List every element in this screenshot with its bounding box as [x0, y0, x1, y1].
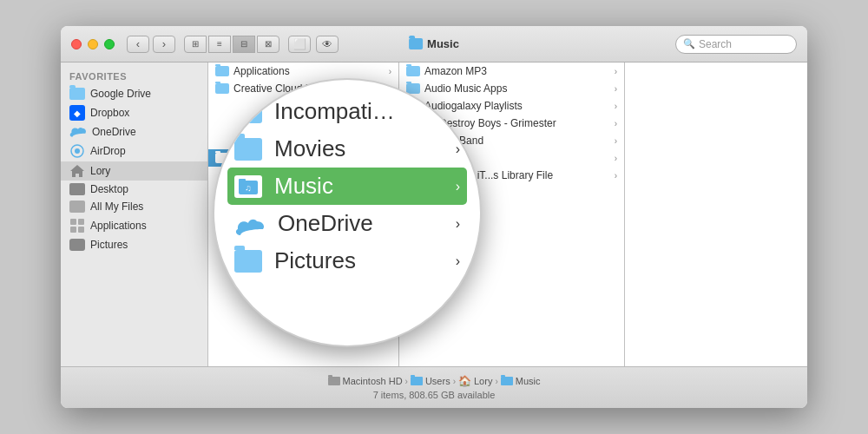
forward-button[interactable]: ›: [153, 36, 175, 53]
mag-chevron-icon: ›: [456, 179, 460, 194]
svg-point-1: [75, 148, 80, 154]
mag-list-item[interactable]: Pictures ›: [227, 242, 467, 279]
mag-list-item-music[interactable]: ♫ Music ›: [227, 168, 467, 205]
breadcrumb-macintosh-hd: Macintosh HD: [343, 376, 403, 386]
item-label: Applications: [233, 65, 290, 77]
breadcrumb-arrow: ›: [405, 377, 408, 386]
chevron-right-icon: ›: [615, 84, 617, 94]
sidebar-section-favorites: Favorites: [61, 69, 207, 85]
sidebar-item-desktop[interactable]: Desktop: [61, 181, 207, 198]
camera-icon: [69, 239, 85, 251]
airdrop-icon: [69, 143, 85, 159]
back-button[interactable]: ‹: [127, 36, 149, 53]
column-3: [625, 62, 807, 366]
nav-buttons: ‹ ›: [127, 36, 175, 53]
mag-chevron-icon: ›: [456, 216, 460, 232]
window-title: Music: [409, 37, 459, 50]
sidebar-label-dropbox: Dropbox: [90, 107, 129, 119]
sidebar-item-onedrive[interactable]: OneDrive: [61, 123, 207, 141]
title-folder-icon: [409, 38, 423, 49]
breadcrumb-arrow: ›: [495, 377, 497, 386]
mag-folder-icon: [234, 138, 262, 161]
item-label: Amazon MP3: [424, 65, 487, 77]
view-buttons: ⊞ ≡ ⊟ ⊠: [184, 36, 279, 53]
icon-view-button[interactable]: ⊞: [184, 36, 207, 53]
search-icon: 🔍: [683, 38, 695, 49]
mag-item-label: Incompati…: [274, 98, 395, 125]
coverflow-view-button[interactable]: ⊠: [257, 36, 279, 53]
sidebar-item-applications[interactable]: Applications: [61, 215, 207, 236]
sidebar-item-lory[interactable]: Lory: [61, 161, 207, 181]
mag-item-label: Pictures: [274, 247, 356, 274]
quicklook-button[interactable]: 👁: [316, 36, 339, 53]
mag-chevron-icon: ›: [456, 253, 460, 269]
music-breadcrumb-icon: [501, 377, 513, 385]
sidebar-label-applications: Applications: [90, 220, 147, 232]
column-view-button[interactable]: ⊟: [233, 36, 255, 53]
sidebar-label-google-drive: Google Drive: [90, 88, 151, 100]
chevron-right-icon: ›: [615, 119, 617, 128]
search-input[interactable]: Search: [699, 38, 732, 50]
svg-rect-2: [70, 219, 76, 225]
bottom-bar: Macintosh HD › Users › 🏠 Lory › Music 7 …: [61, 366, 807, 408]
svg-text:♫: ♫: [245, 183, 252, 193]
chevron-right-icon: ›: [615, 154, 617, 163]
item-label: Destroy Boys - Grimester: [439, 117, 556, 129]
sidebar-label-onedrive: OneDrive: [92, 126, 136, 138]
close-button[interactable]: [71, 39, 82, 49]
sidebar-item-all-my-files[interactable]: All My Files: [61, 198, 207, 215]
sidebar-label-all-my-files: All My Files: [90, 201, 143, 213]
list-item[interactable]: Applications ›: [208, 62, 398, 80]
mag-list-item[interactable]: OneDrive ›: [227, 205, 467, 242]
sidebar-label-desktop: Desktop: [90, 183, 128, 195]
applications-icon: [69, 218, 85, 233]
sidebar-item-airdrop[interactable]: AirDrop: [61, 141, 207, 161]
chevron-right-icon: ›: [615, 171, 617, 181]
maximize-button[interactable]: [104, 39, 115, 49]
breadcrumb: Macintosh HD › Users › 🏠 Lory › Music: [328, 375, 541, 387]
sidebar-item-pictures[interactable]: Pictures: [61, 236, 207, 253]
minimize-button[interactable]: [88, 39, 98, 49]
svg-rect-3: [78, 219, 84, 225]
chevron-right-icon: ›: [615, 136, 617, 146]
mag-folder-icon: [234, 101, 262, 123]
sidebar-label-airdrop: AirDrop: [90, 145, 126, 157]
sidebar: Favorites Google Drive ◆ Dropbox OneDriv…: [61, 62, 208, 366]
mag-list-item[interactable]: Movies ›: [227, 130, 467, 168]
onedrive-icon: [69, 127, 87, 137]
status-bar: 7 items, 808.65 GB available: [373, 390, 496, 400]
titlebar: ‹ › ⊞ ≡ ⊟ ⊠ ⬜ 👁 Music 🔍 Search: [61, 26, 807, 62]
mag-cloud-icon: [234, 214, 266, 233]
desktop-icon: [69, 183, 85, 195]
folder-icon: [215, 83, 229, 94]
mag-item-label: Movies: [274, 135, 345, 162]
finder-window: ‹ › ⊞ ≡ ⊟ ⊠ ⬜ 👁 Music 🔍 Search Favorites: [61, 26, 807, 408]
folder-breadcrumb-icon: [411, 377, 423, 385]
svg-rect-7: [239, 179, 246, 182]
chevron-right-icon: ›: [389, 67, 391, 76]
mag-chevron-icon: ›: [456, 141, 460, 157]
list-item[interactable]: Amazon MP3 ›: [399, 62, 624, 80]
svg-rect-4: [70, 227, 76, 233]
sidebar-label-lory: Lory: [90, 165, 110, 177]
folder-icon: [215, 66, 229, 76]
mag-item-label-music: Music: [274, 173, 333, 200]
list-item[interactable]: Audio Music Apps ›: [399, 80, 624, 97]
action-buttons: ⬜ 👁: [288, 36, 339, 53]
share-button[interactable]: ⬜: [288, 36, 311, 53]
magnifier-overlay: Incompati… › Movies › ♫ Music ›: [213, 78, 482, 347]
list-view-button[interactable]: ≡: [208, 36, 231, 53]
sidebar-item-dropbox[interactable]: ◆ Dropbox: [61, 102, 207, 123]
breadcrumb-music: Music: [516, 376, 541, 386]
mag-music-folder-icon: ♫: [234, 175, 262, 198]
hdd-breadcrumb-icon: [328, 377, 340, 385]
search-box[interactable]: 🔍 Search: [675, 35, 797, 54]
chevron-right-icon: ›: [615, 102, 617, 111]
breadcrumb-users: Users: [425, 376, 450, 386]
sidebar-item-google-drive[interactable]: Google Drive: [61, 85, 207, 102]
hdd-icon: [69, 201, 85, 213]
traffic-lights: [71, 39, 115, 49]
breadcrumb-lory: Lory: [474, 376, 492, 386]
item-label: Audio Music Apps: [424, 82, 507, 95]
home-icon: [69, 164, 85, 178]
